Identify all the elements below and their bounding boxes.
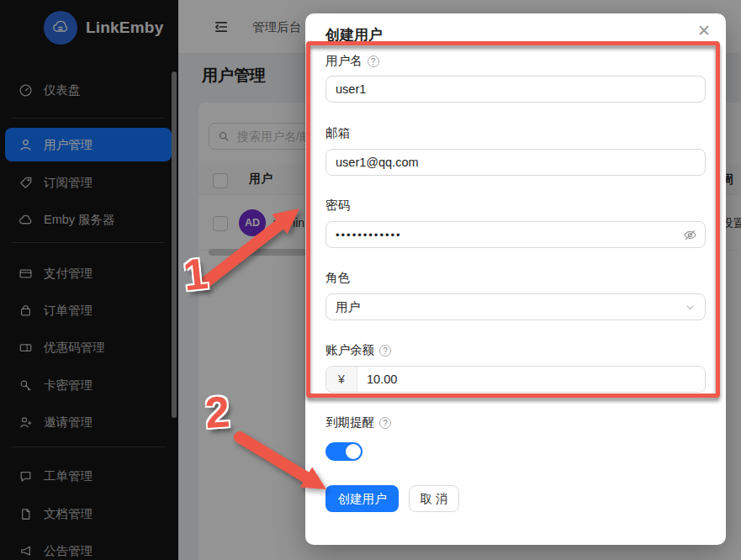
password-field[interactable]	[326, 221, 706, 248]
eye-invisible-icon[interactable]	[683, 228, 697, 242]
modal-title: 创建用户	[326, 25, 383, 45]
role-select[interactable]: 用户	[326, 293, 706, 320]
expiry-reminder-toggle[interactable]	[326, 442, 363, 461]
role-selected-value: 用户	[336, 299, 360, 315]
cancel-button[interactable]: 取 消	[409, 485, 459, 512]
balance-input-group: ¥	[326, 366, 706, 393]
help-icon[interactable]	[379, 417, 391, 429]
role-label: 角色	[326, 270, 350, 286]
email-label: 邮箱	[326, 125, 350, 141]
expiry-reminder-label: 到期提醒	[326, 415, 391, 431]
username-label: 用户名	[326, 53, 379, 69]
create-user-modal: 创建用户 ✕ 用户名 邮箱 密码 角色 用户 账户余额 ¥ 到期提醒 创建用户 …	[305, 13, 726, 545]
username-field[interactable]	[326, 76, 706, 103]
toggle-knob	[346, 444, 361, 459]
chevron-down-icon	[685, 302, 696, 313]
currency-addon: ¥	[326, 367, 357, 392]
help-icon[interactable]	[368, 55, 379, 67]
create-user-button[interactable]: 创建用户	[326, 485, 399, 512]
help-icon[interactable]	[379, 345, 391, 357]
email-field[interactable]	[326, 149, 706, 176]
balance-field[interactable]	[357, 367, 705, 392]
password-label: 密码	[326, 198, 350, 214]
balance-label: 账户余额	[326, 342, 391, 358]
close-icon[interactable]: ✕	[697, 23, 711, 39]
